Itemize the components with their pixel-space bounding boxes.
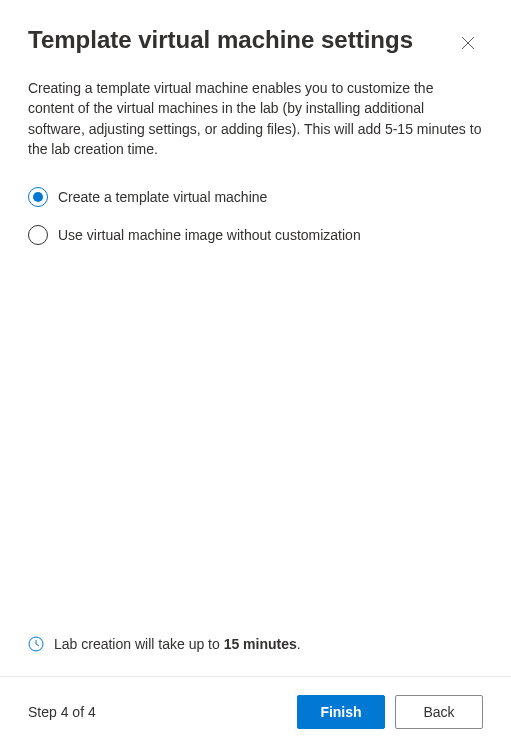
clock-icon <box>28 636 44 652</box>
dialog-footer: Step 4 of 4 Finish Back <box>0 676 511 747</box>
info-row: Lab creation will take up to 15 minutes. <box>0 636 511 676</box>
dialog-header: Template virtual machine settings <box>0 0 511 58</box>
option-create-template[interactable]: Create a template virtual machine <box>28 187 483 207</box>
info-text: Lab creation will take up to 15 minutes. <box>54 636 301 652</box>
back-button[interactable]: Back <box>395 695 483 729</box>
dialog-description: Creating a template virtual machine enab… <box>0 58 511 159</box>
radio-icon <box>28 187 48 207</box>
info-prefix: Lab creation will take up to <box>54 636 224 652</box>
option-label: Use virtual machine image without custom… <box>58 227 361 243</box>
option-no-customization[interactable]: Use virtual machine image without custom… <box>28 225 483 245</box>
dialog-title: Template virtual machine settings <box>28 24 413 55</box>
radio-icon <box>28 225 48 245</box>
info-duration: 15 minutes <box>224 636 297 652</box>
radio-inner-icon <box>33 192 43 202</box>
close-button[interactable] <box>453 28 483 58</box>
finish-button[interactable]: Finish <box>297 695 385 729</box>
step-indicator: Step 4 of 4 <box>28 704 96 720</box>
spacer <box>0 245 511 636</box>
info-suffix: . <box>297 636 301 652</box>
footer-buttons: Finish Back <box>297 695 483 729</box>
options-group: Create a template virtual machine Use vi… <box>0 159 511 245</box>
option-label: Create a template virtual machine <box>58 189 267 205</box>
close-icon <box>461 36 475 50</box>
